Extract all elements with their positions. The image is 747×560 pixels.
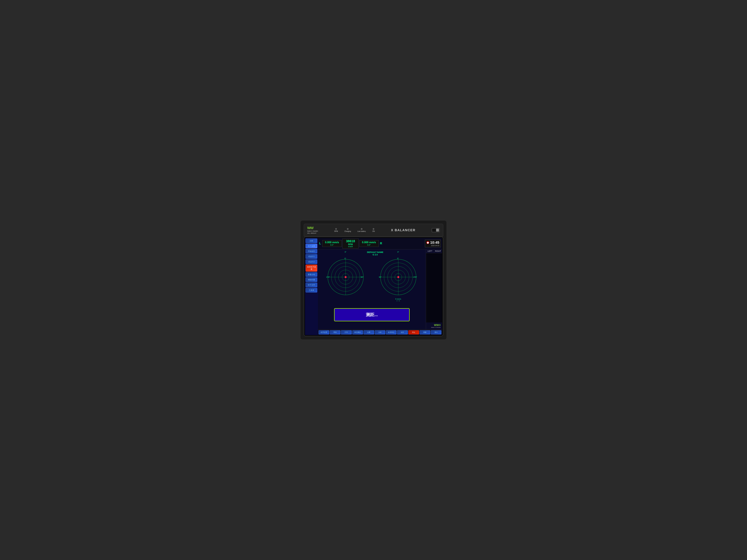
right-col-header: RIGHT	[434, 249, 442, 253]
sidebar-item-analysis[interactable]: 分析	[306, 239, 317, 243]
main-content: L 0.000 mm/s 0.0° 38618 RPM 非矩阵 0.000 mm…	[318, 238, 442, 335]
device-logo: WW	[307, 226, 313, 230]
tb-print[interactable]: 打印	[341, 330, 352, 335]
charging-label: Charging	[344, 231, 351, 232]
bluetooth-icon: ⬤	[426, 241, 429, 244]
sidebar-item-rotor-file[interactable]: 转子文件	[306, 283, 317, 287]
switch-knob	[436, 229, 439, 232]
app-layout: 分析 转子设置 开始运行 试运行1 试运行2 保存转子设置 重量分布 增加向量 …	[305, 238, 442, 335]
rpm-value: 38618	[344, 239, 357, 243]
svg-text:0°: 0°	[397, 258, 399, 260]
rotor-grade: G 2.5	[367, 254, 383, 256]
svg-text:90°: 90°	[361, 276, 363, 278]
right-radar: 0° 90° 270°	[378, 257, 418, 297]
right-zero-label: 0°	[397, 251, 399, 253]
sidebar-item-weight-dist[interactable]: 重量分布	[306, 272, 317, 277]
rpm-label: RPM	[334, 231, 338, 232]
right-panel-header: LEFT RIGHT	[426, 249, 442, 253]
right-metric-value: 0.000 mm/s	[361, 241, 377, 244]
indicator-charging: Charging	[344, 228, 351, 232]
svg-text:270°: 270°	[413, 276, 417, 278]
left-metric-angle: 0.0°	[324, 244, 340, 246]
svg-point-21	[397, 276, 399, 278]
dialog-box: 测距...	[334, 308, 410, 321]
tablet: 分析 转子设置 开始运行 试运行1 试运行2 保存转子设置 重量分布 增加向量 …	[304, 237, 443, 336]
on-dot	[373, 228, 374, 230]
left-zero-label: 0°	[345, 251, 346, 253]
tb-stop[interactable]: 停止	[408, 330, 419, 335]
tb-prog-settings[interactable]: 程序设置	[318, 330, 329, 335]
svg-point-10	[345, 276, 346, 278]
device-made-in: Made in Sweden S/N: XB00197	[307, 230, 318, 234]
power-switch[interactable]	[432, 228, 440, 232]
tb-static-couple[interactable]: 静态耦合	[352, 330, 363, 335]
right-metric-box: 0.000 mm/s 0.0°	[359, 240, 379, 247]
bottom-toolbar: 程序设置 帮组 打印 静态耦合 去重 分析 改变单位 追踪 停止 测量 退出	[318, 329, 442, 335]
sidebar-item-toolbox[interactable]: 工具库	[306, 288, 317, 292]
date-value: 2020-04-03	[426, 245, 439, 246]
sidebar-item-add-weight[interactable]: 增加向量	[306, 277, 317, 282]
sidebar-item-trial-run1[interactable]: 试运行1	[306, 254, 317, 259]
indicator-on: ON	[372, 228, 375, 232]
right-metric-angle: 0.0°	[361, 244, 377, 246]
time-value: 10:45	[430, 240, 439, 245]
indicator-rpm: RPM	[334, 228, 338, 232]
device-header: WW Made in Sweden S/N: XB00197 RPM Charg…	[304, 224, 443, 236]
svg-text:90°: 90°	[379, 276, 382, 278]
sidebar: 分析 转子设置 开始运行 试运行1 试运行2 保存转子设置 重量分布 增加向量 …	[305, 238, 318, 335]
device-title: X BALANCER	[391, 228, 415, 232]
tb-analysis[interactable]: 分析	[375, 330, 385, 335]
svg-text:270°: 270°	[326, 276, 330, 278]
indicator-low-battery: Low battery	[357, 228, 366, 232]
tb-trace[interactable]: 追踪	[397, 330, 408, 335]
right-label: R	[380, 242, 382, 245]
low-battery-label: Low battery	[357, 231, 366, 232]
outer-container: WW Made in Sweden S/N: XB00197 RPM Charg…	[301, 220, 446, 339]
on-label: ON	[372, 231, 375, 232]
left-radar: 0° 270° 90°	[325, 257, 366, 297]
speed-display: 0 mm/s |----1	[395, 298, 401, 301]
tb-help[interactable]: 帮组	[330, 330, 340, 335]
left-col-header: LEFT	[426, 249, 434, 253]
tb-exit[interactable]: 退出	[431, 330, 441, 335]
rpm-box: 38618 RPM 非矩阵	[342, 239, 359, 248]
tb-measure[interactable]: 测量	[419, 330, 430, 335]
left-metric-box: 0.000 mm/s 0.0°	[322, 240, 342, 247]
vv-logo-bottom: WW® Made in Sweden	[426, 322, 442, 329]
sidebar-item-start-run[interactable]: 开始运行	[306, 249, 317, 254]
vv-logo-green: WW®	[427, 324, 441, 327]
sidebar-item-trial-run2[interactable]: 试运行2	[306, 260, 317, 264]
rpm-dot	[335, 228, 337, 230]
tb-remove-weight[interactable]: 去重	[363, 330, 374, 335]
right-panel: LEFT RIGHT WW® Made in Sweden	[426, 249, 442, 329]
charging-dot	[347, 228, 349, 230]
dialog-overlay: 测距...	[334, 308, 410, 321]
time-box: ⬤ 10:45 2020-04-03	[425, 240, 441, 247]
left-metric-value: 0.000 mm/s	[324, 241, 340, 244]
screen: 分析 转子设置 开始运行 试运行1 试运行2 保存转子设置 重量分布 增加向量 …	[304, 237, 443, 336]
switch-box[interactable]	[432, 228, 440, 232]
rpm-label-display: RPM	[344, 243, 357, 245]
rpm-sub: 非矩阵	[344, 245, 357, 248]
content-area: DEFAULT NAME G 2.5 0°	[318, 249, 442, 329]
radar-section: DEFAULT NAME G 2.5 0°	[318, 249, 426, 329]
sidebar-item-save-rotor[interactable]: 保存转子设置	[306, 265, 317, 272]
svg-text:0°: 0°	[344, 258, 346, 260]
logo-area: WW Made in Sweden S/N: XB00197	[307, 226, 318, 234]
right-panel-body	[426, 253, 442, 322]
indicator-row: RPM Charging Low battery ON	[334, 228, 375, 232]
left-label: L	[319, 242, 321, 245]
header-bar: L 0.000 mm/s 0.0° 38618 RPM 非矩阵 0.000 mm…	[318, 238, 442, 249]
rotor-name: DEFAULT NAME	[367, 251, 383, 254]
time-display: ⬤ 10:45	[426, 240, 439, 245]
dialog-text: 测距...	[338, 312, 406, 318]
rotor-name-area: DEFAULT NAME G 2.5	[367, 251, 383, 256]
made-in-sweden-bottom: Made in Sweden	[427, 327, 441, 328]
tb-change-unit[interactable]: 改变单位	[386, 330, 396, 335]
low-battery-dot	[361, 228, 362, 230]
sidebar-item-rotor-setup[interactable]: 转子设置	[306, 244, 317, 248]
